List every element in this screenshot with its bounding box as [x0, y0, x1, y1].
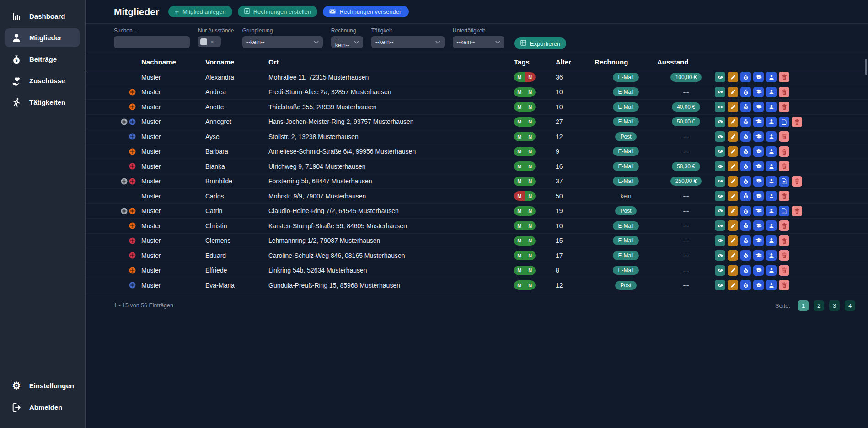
edit-button[interactable]: [728, 280, 738, 290]
contributions-button[interactable]: $: [740, 280, 751, 290]
table-row[interactable]: Muster Brunhilde Forsterring 5b, 68447 M…: [86, 174, 868, 189]
table-row[interactable]: Muster Elfriede Linkring 54b, 52634 Must…: [86, 263, 868, 278]
education-button[interactable]: [753, 250, 764, 261]
table-row[interactable]: Muster Andrea Fredi-Sturm-Allee 2a, 3285…: [86, 85, 868, 100]
contributions-button[interactable]: $: [740, 131, 751, 142]
column-header-tags[interactable]: Tags: [514, 58, 556, 66]
member-button[interactable]: [766, 235, 777, 246]
delete-button[interactable]: [779, 250, 789, 261]
table-row[interactable]: Muster Bianka Ulrichweg 9, 71904 Musterh…: [86, 159, 868, 174]
table-row[interactable]: Muster Alexandra Mohrallee 11, 72315 Mus…: [86, 70, 868, 85]
delete-button[interactable]: [779, 161, 789, 171]
contributions-button[interactable]: $: [740, 250, 751, 261]
education-button[interactable]: [753, 191, 764, 201]
document-button[interactable]: [779, 117, 789, 127]
table-row[interactable]: Muster Annegret Hans-Jochen-Meister-Ring…: [86, 115, 868, 130]
edit-button[interactable]: [728, 146, 738, 157]
education-button[interactable]: [753, 265, 764, 276]
contributions-button[interactable]: $: [740, 117, 751, 127]
sidebar-item-abmelden[interactable]: Abmelden: [5, 398, 80, 417]
delete-button[interactable]: [779, 280, 789, 290]
column-header-rechnung[interactable]: Rechnung: [595, 58, 657, 66]
delete-button[interactable]: [779, 72, 789, 82]
column-header-ausstand[interactable]: Ausstand: [657, 58, 715, 66]
sidebar-item-zuschuesse[interactable]: Zuschüsse: [5, 71, 80, 90]
delete-button[interactable]: [792, 176, 802, 187]
table-row[interactable]: Muster Clemens Lehmannring 1/2, 79087 Mu…: [86, 234, 868, 249]
edit-button[interactable]: [728, 87, 738, 97]
member-button[interactable]: [766, 280, 777, 290]
table-row[interactable]: Muster Anette Thielstraße 355, 28939 Mus…: [86, 100, 868, 115]
contributions-button[interactable]: $: [740, 176, 751, 187]
member-button[interactable]: [766, 161, 777, 171]
sub-activity-select[interactable]: --kein--: [453, 36, 504, 48]
edit-button[interactable]: [728, 191, 738, 201]
delete-button[interactable]: [779, 146, 789, 157]
document-button[interactable]: [779, 206, 789, 216]
delete-button[interactable]: [779, 220, 789, 231]
table-row[interactable]: Muster Ayse Stollstr. 2, 13238 Musterhau…: [86, 129, 868, 144]
view-button[interactable]: [715, 72, 725, 82]
delete-button[interactable]: [779, 191, 789, 201]
member-button[interactable]: [766, 191, 777, 201]
view-button[interactable]: [715, 87, 725, 97]
checkbox[interactable]: [200, 38, 207, 45]
edit-button[interactable]: [728, 206, 738, 216]
sidebar-item-mitglieder[interactable]: Mitglieder: [5, 28, 80, 47]
column-header-vorname[interactable]: Vorname: [205, 58, 268, 66]
table-row[interactable]: Muster Eva-Maria Gundula-Preuß-Ring 15, …: [86, 278, 868, 293]
contributions-button[interactable]: $: [740, 206, 751, 216]
education-button[interactable]: [753, 206, 764, 216]
table-row[interactable]: Muster Eduard Caroline-Schulz-Weg 846, 0…: [86, 248, 868, 263]
education-button[interactable]: [753, 220, 764, 231]
delete-button[interactable]: [792, 117, 802, 127]
view-button[interactable]: [715, 102, 725, 112]
education-button[interactable]: [753, 161, 764, 171]
view-button[interactable]: [715, 176, 725, 187]
view-button[interactable]: [715, 220, 725, 231]
delete-button[interactable]: [792, 206, 802, 216]
view-button[interactable]: [715, 146, 725, 157]
scrollbar[interactable]: [865, 59, 867, 75]
member-button[interactable]: [766, 206, 777, 216]
member-button[interactable]: [766, 87, 777, 97]
export-button[interactable]: Exportieren: [514, 37, 566, 49]
view-button[interactable]: [715, 131, 725, 142]
member-button[interactable]: [766, 102, 777, 112]
column-header-ort[interactable]: Ort: [268, 58, 514, 66]
add-member-button[interactable]: + Mitglied anlegen: [168, 6, 232, 17]
delete-button[interactable]: [779, 235, 789, 246]
view-button[interactable]: [715, 117, 725, 127]
contributions-button[interactable]: $: [740, 161, 751, 171]
education-button[interactable]: [753, 72, 764, 82]
view-button[interactable]: [715, 280, 725, 290]
sidebar-item-dashboard[interactable]: Dashboard: [5, 7, 80, 26]
education-button[interactable]: [753, 131, 764, 142]
member-button[interactable]: [766, 220, 777, 231]
contributions-button[interactable]: $: [740, 102, 751, 112]
edit-button[interactable]: [728, 220, 738, 231]
clear-icon[interactable]: ×: [210, 39, 214, 45]
education-button[interactable]: [753, 102, 764, 112]
member-button[interactable]: [766, 117, 777, 127]
activity-select[interactable]: --kein--: [371, 36, 445, 48]
member-button[interactable]: [766, 265, 777, 276]
create-invoices-button[interactable]: Rechnungen erstellen: [238, 6, 317, 17]
edit-button[interactable]: [728, 265, 738, 276]
delete-button[interactable]: [779, 87, 789, 97]
page-button-1[interactable]: 1: [798, 300, 809, 311]
edit-button[interactable]: [728, 161, 738, 171]
edit-button[interactable]: [728, 102, 738, 112]
contributions-button[interactable]: $: [740, 235, 751, 246]
edit-button[interactable]: [728, 117, 738, 127]
education-button[interactable]: [753, 235, 764, 246]
edit-button[interactable]: [728, 250, 738, 261]
only-arrears-checkbox-group[interactable]: ×: [198, 36, 221, 47]
contributions-button[interactable]: $: [740, 191, 751, 201]
column-header-nachname[interactable]: Nachname: [141, 58, 205, 66]
member-button[interactable]: [766, 72, 777, 82]
contributions-button[interactable]: $: [740, 72, 751, 82]
edit-button[interactable]: [728, 176, 738, 187]
page-button-2[interactable]: 2: [814, 300, 824, 311]
document-button[interactable]: [779, 176, 789, 187]
